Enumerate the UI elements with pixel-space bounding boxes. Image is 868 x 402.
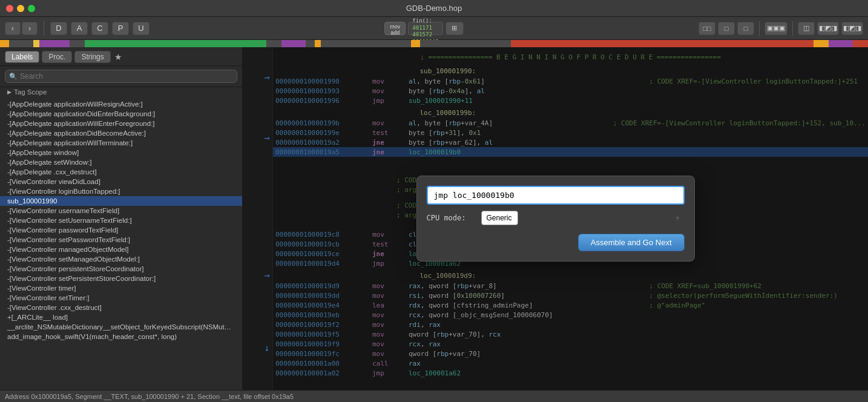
nav-forward-button[interactable]: › [22,22,38,35]
assemble-go-next-button[interactable]: Assemble and Go Next [578,234,685,251]
select-arrow-icon: ▼ [676,214,680,222]
sidebar-tree-item[interactable]: -[ViewController setPasswordTextField:] [0,235,242,245]
sidebar-tree-item[interactable]: +[_ARCLite__ load] [0,312,242,322]
statusbar-text: Address 0x1000019a5, Segment __TEXT, sub… [5,393,294,400]
colorbar-segment [321,40,412,47]
sidebar-tree-item[interactable]: -[AppDelegate applicationWillResignActiv… [0,99,242,109]
sidebar-tree-item[interactable]: -[ViewController viewDidLoad] [0,177,242,186]
view-btn-6[interactable]: ◧◩◨ [817,22,839,35]
sidebar-tree-item[interactable]: -[AppDelegate setWindow:] [0,157,242,167]
statusbar: Address 0x1000019a5, Segment __TEXT, sub… [0,390,868,402]
sidebar-tree-item[interactable]: -[ViewController .cxx_destruct] [0,303,242,312]
cpu-mode-select-wrapper: Generic x86_64 x86 ARM64 ARM ▼ [481,211,685,225]
window-controls [6,5,35,12]
sidebar-tree-item[interactable]: -[ViewController persistentStoreCoordina… [0,264,242,274]
sidebar-tree-item[interactable]: -[ViewController setUsernameTextField:] [0,216,242,225]
nav-back-button[interactable]: ‹ [5,22,21,35]
toolbar: ‹ › D A C P U movadd if(b)fin():40117140… [0,17,868,40]
colorbar-segment [39,40,70,47]
toolbar-separator-1 [44,21,44,36]
tab-labels[interactable]: Labels [5,51,39,63]
nav-buttons: ‹ › [5,22,38,35]
toolbar-btn-u[interactable]: U [133,22,150,35]
sidebar-tree-item[interactable]: -[AppDelegate applicationDidEnterBackgro… [0,109,242,119]
colorbar-segment [33,40,39,47]
colorbar-segment [306,40,315,47]
search-container: 🔍 [0,66,242,87]
colorbar [0,40,868,47]
colorbar-segment [0,40,9,47]
view-btn-5[interactable]: ◫ [798,22,815,35]
colorbar-segment [315,40,321,47]
sidebar-tree-item[interactable]: -[AppDelegate window] [0,148,242,157]
sidebar-tree-item[interactable]: -[ViewController setManagedObjectModel:] [0,254,242,264]
tag-scope[interactable]: ▶ Tag Scope [0,87,242,97]
mov-add-button[interactable]: movadd [384,22,406,35]
colorbar-segment [853,40,868,47]
colorbar-segment [85,40,266,47]
toolbar-btn-a[interactable]: A [71,22,88,35]
sidebar-tree-item[interactable]: -[ViewController timer] [0,283,242,293]
colorbar-segment [814,40,829,47]
sidebar-tree-item[interactable]: -[ViewController usernameTextField] [0,206,242,216]
modal-footer: Assemble and Go Next [427,234,685,251]
colorbar-segment [829,40,853,47]
titlebar: GDB-Demo.hop [0,0,868,17]
cpu-mode-row: CPU mode: Generic x86_64 x86 ARM64 ARM ▼ [427,211,685,225]
toolbar-separator-2 [759,21,760,36]
sidebar-tree-item[interactable]: -[AppDelegate .cxx_destruct] [0,167,242,177]
maximize-button[interactable] [28,5,35,12]
view-btn-2[interactable]: □ [718,22,735,35]
sidebar-tree-item[interactable]: sub_100001990 [0,196,242,206]
colorbar-segment [420,40,511,47]
view-btn-3[interactable]: □ [737,22,754,35]
view-btn-4[interactable]: ▣▣▣ [764,22,787,35]
toolbar-right: □□ □ □ ▣▣▣ ◫ ◧◩◨ ◧◩◨ [699,21,863,36]
tag-scope-label: Tag Scope [14,88,47,96]
sidebar-tree-item[interactable]: -[ViewController managedObjectModel] [0,245,242,254]
cpu-mode-label: CPU mode: [427,214,475,222]
sidebar-tree-item[interactable]: __arclite_NSMutableDictionary__setObject… [0,322,242,332]
sidebar-tree-item[interactable]: -[AppDelegate applicationDidBecomeActive… [0,128,242,138]
toolbar-btn-p[interactable]: P [112,22,129,35]
tab-proc[interactable]: Proc. [42,51,72,63]
toolbar-btn-c[interactable]: C [91,22,108,35]
view-btn-7[interactable]: ◧◩◨ [841,22,863,35]
memory-info: if(b)fin():40117140157200000048 [408,22,442,35]
main-layout: Labels Proc. Strings ★ 🔍 ▶ Tag Scope -[A… [0,47,868,390]
colorbar-segment [266,40,281,47]
sidebar-tree: -[AppDelegate applicationWillResignActiv… [0,97,242,390]
code-pane[interactable]: → → → ↓ ; ================ B E G I N N I… [243,47,868,390]
sidebar-tree-item[interactable]: -[ViewController setTimer:] [0,293,242,303]
sidebar-tabs: Labels Proc. Strings ★ [0,47,242,66]
sidebar-tree-item[interactable]: -[AppDelegate applicationWillEnterForegr… [0,119,242,128]
sidebar-tree-item[interactable]: -[ViewController setPersistentStoreCoord… [0,274,242,283]
search-icon: 🔍 [9,73,18,81]
close-button[interactable] [6,5,13,12]
window-title: GDB-Demo.hop [406,4,462,13]
sidebar-tree-item[interactable]: -[AppDelegate applicationWillTerminate:] [0,138,242,148]
modal-overlay: CPU mode: Generic x86_64 x86 ARM64 ARM ▼… [243,47,868,390]
cpu-mode-select[interactable]: Generic x86_64 x86 ARM64 ARM [481,211,518,225]
sidebar-tree-item[interactable]: -[ViewController passwordTextField] [0,225,242,235]
toolbar-btn-d[interactable]: D [50,22,67,35]
colorbar-segment [281,40,306,47]
minimize-button[interactable] [17,5,24,12]
search-wrapper: 🔍 [5,70,237,83]
search-input[interactable] [5,70,237,83]
sidebar-tree-item[interactable]: add_image_hook_swift(V1(mach_header_cons… [0,332,242,341]
assemble-input[interactable] [427,186,685,205]
colorbar-segment [511,40,814,47]
star-button[interactable]: ★ [114,52,122,62]
toolbar-separator-3 [792,21,793,36]
colorbar-segment [70,40,85,47]
sidebar: Labels Proc. Strings ★ 🔍 ▶ Tag Scope -[A… [0,47,243,390]
assemble-modal: CPU mode: Generic x86_64 x86 ARM64 ARM ▼… [416,176,695,262]
view-btn-1[interactable]: □□ [699,22,715,35]
tab-strings[interactable]: Strings [74,51,110,63]
triangle-icon: ▶ [7,89,12,95]
colorbar-segment [9,40,33,47]
grid-view-button[interactable]: ⊞ [446,22,464,35]
sidebar-tree-item[interactable]: -[ViewController loginButtonTapped:] [0,186,242,196]
colorbar-segment [411,40,420,47]
